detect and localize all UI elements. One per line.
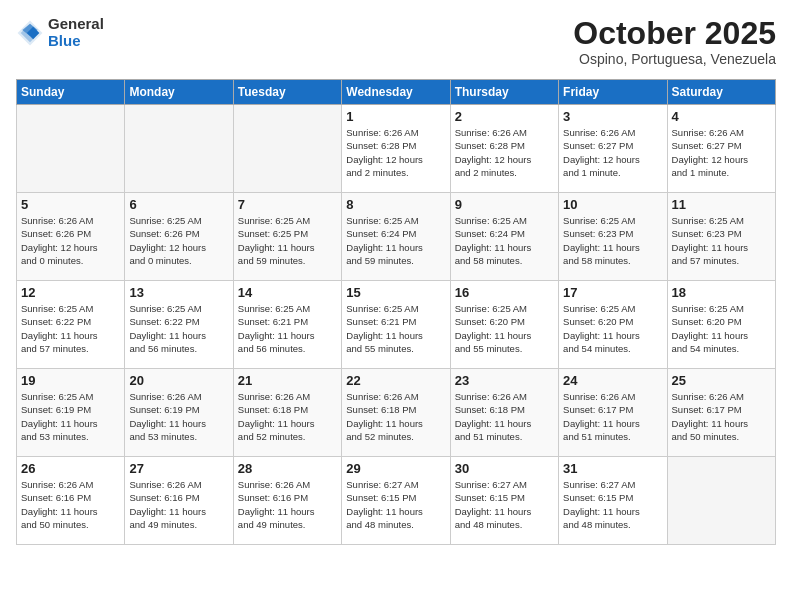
calendar-cell: 22Sunrise: 6:26 AM Sunset: 6:18 PM Dayli…: [342, 369, 450, 457]
day-info: Sunrise: 6:25 AM Sunset: 6:20 PM Dayligh…: [563, 302, 662, 355]
calendar-cell: 6Sunrise: 6:25 AM Sunset: 6:26 PM Daylig…: [125, 193, 233, 281]
day-info: Sunrise: 6:27 AM Sunset: 6:15 PM Dayligh…: [346, 478, 445, 531]
calendar-cell: 21Sunrise: 6:26 AM Sunset: 6:18 PM Dayli…: [233, 369, 341, 457]
day-number: 28: [238, 461, 337, 476]
calendar-cell: 24Sunrise: 6:26 AM Sunset: 6:17 PM Dayli…: [559, 369, 667, 457]
day-info: Sunrise: 6:25 AM Sunset: 6:24 PM Dayligh…: [346, 214, 445, 267]
calendar-cell: 13Sunrise: 6:25 AM Sunset: 6:22 PM Dayli…: [125, 281, 233, 369]
weekday-header: Wednesday: [342, 80, 450, 105]
logo-blue: Blue: [48, 33, 104, 50]
day-info: Sunrise: 6:25 AM Sunset: 6:21 PM Dayligh…: [346, 302, 445, 355]
calendar-cell: 9Sunrise: 6:25 AM Sunset: 6:24 PM Daylig…: [450, 193, 558, 281]
day-number: 1: [346, 109, 445, 124]
day-info: Sunrise: 6:25 AM Sunset: 6:22 PM Dayligh…: [129, 302, 228, 355]
calendar-cell: 12Sunrise: 6:25 AM Sunset: 6:22 PM Dayli…: [17, 281, 125, 369]
calendar-cell: 14Sunrise: 6:25 AM Sunset: 6:21 PM Dayli…: [233, 281, 341, 369]
day-number: 3: [563, 109, 662, 124]
weekday-header: Friday: [559, 80, 667, 105]
calendar-cell: 19Sunrise: 6:25 AM Sunset: 6:19 PM Dayli…: [17, 369, 125, 457]
day-info: Sunrise: 6:26 AM Sunset: 6:16 PM Dayligh…: [238, 478, 337, 531]
calendar-cell: 25Sunrise: 6:26 AM Sunset: 6:17 PM Dayli…: [667, 369, 775, 457]
day-info: Sunrise: 6:26 AM Sunset: 6:17 PM Dayligh…: [563, 390, 662, 443]
day-number: 13: [129, 285, 228, 300]
calendar-body: 1Sunrise: 6:26 AM Sunset: 6:28 PM Daylig…: [17, 105, 776, 545]
calendar-cell: 27Sunrise: 6:26 AM Sunset: 6:16 PM Dayli…: [125, 457, 233, 545]
day-info: Sunrise: 6:26 AM Sunset: 6:18 PM Dayligh…: [346, 390, 445, 443]
calendar-cell: [233, 105, 341, 193]
day-number: 4: [672, 109, 771, 124]
day-number: 14: [238, 285, 337, 300]
day-number: 17: [563, 285, 662, 300]
day-number: 6: [129, 197, 228, 212]
weekday-header: Thursday: [450, 80, 558, 105]
calendar-header: SundayMondayTuesdayWednesdayThursdayFrid…: [17, 80, 776, 105]
logo-general: General: [48, 16, 104, 33]
calendar-cell: 20Sunrise: 6:26 AM Sunset: 6:19 PM Dayli…: [125, 369, 233, 457]
day-info: Sunrise: 6:26 AM Sunset: 6:28 PM Dayligh…: [346, 126, 445, 179]
calendar-cell: 28Sunrise: 6:26 AM Sunset: 6:16 PM Dayli…: [233, 457, 341, 545]
location: Ospino, Portuguesa, Venezuela: [573, 51, 776, 67]
calendar-cell: 11Sunrise: 6:25 AM Sunset: 6:23 PM Dayli…: [667, 193, 775, 281]
day-number: 15: [346, 285, 445, 300]
calendar-cell: 3Sunrise: 6:26 AM Sunset: 6:27 PM Daylig…: [559, 105, 667, 193]
day-info: Sunrise: 6:26 AM Sunset: 6:16 PM Dayligh…: [129, 478, 228, 531]
day-info: Sunrise: 6:25 AM Sunset: 6:20 PM Dayligh…: [672, 302, 771, 355]
day-number: 10: [563, 197, 662, 212]
calendar-cell: 23Sunrise: 6:26 AM Sunset: 6:18 PM Dayli…: [450, 369, 558, 457]
day-info: Sunrise: 6:26 AM Sunset: 6:27 PM Dayligh…: [563, 126, 662, 179]
weekday-header: Monday: [125, 80, 233, 105]
day-number: 31: [563, 461, 662, 476]
day-info: Sunrise: 6:26 AM Sunset: 6:28 PM Dayligh…: [455, 126, 554, 179]
calendar-week-row: 5Sunrise: 6:26 AM Sunset: 6:26 PM Daylig…: [17, 193, 776, 281]
calendar-cell: [125, 105, 233, 193]
day-number: 29: [346, 461, 445, 476]
day-info: Sunrise: 6:26 AM Sunset: 6:19 PM Dayligh…: [129, 390, 228, 443]
title-block: October 2025 Ospino, Portuguesa, Venezue…: [573, 16, 776, 67]
day-number: 24: [563, 373, 662, 388]
calendar-cell: 29Sunrise: 6:27 AM Sunset: 6:15 PM Dayli…: [342, 457, 450, 545]
weekday-header: Sunday: [17, 80, 125, 105]
calendar-cell: 26Sunrise: 6:26 AM Sunset: 6:16 PM Dayli…: [17, 457, 125, 545]
calendar-cell: 5Sunrise: 6:26 AM Sunset: 6:26 PM Daylig…: [17, 193, 125, 281]
day-number: 25: [672, 373, 771, 388]
page-header: General Blue October 2025 Ospino, Portug…: [16, 16, 776, 67]
day-info: Sunrise: 6:26 AM Sunset: 6:18 PM Dayligh…: [238, 390, 337, 443]
logo-text: General Blue: [48, 16, 104, 49]
day-info: Sunrise: 6:25 AM Sunset: 6:26 PM Dayligh…: [129, 214, 228, 267]
day-info: Sunrise: 6:25 AM Sunset: 6:21 PM Dayligh…: [238, 302, 337, 355]
day-number: 7: [238, 197, 337, 212]
day-info: Sunrise: 6:25 AM Sunset: 6:25 PM Dayligh…: [238, 214, 337, 267]
day-info: Sunrise: 6:26 AM Sunset: 6:17 PM Dayligh…: [672, 390, 771, 443]
calendar-cell: 18Sunrise: 6:25 AM Sunset: 6:20 PM Dayli…: [667, 281, 775, 369]
day-number: 11: [672, 197, 771, 212]
day-info: Sunrise: 6:25 AM Sunset: 6:22 PM Dayligh…: [21, 302, 120, 355]
day-number: 5: [21, 197, 120, 212]
calendar-week-row: 19Sunrise: 6:25 AM Sunset: 6:19 PM Dayli…: [17, 369, 776, 457]
day-number: 19: [21, 373, 120, 388]
month-title: October 2025: [573, 16, 776, 51]
calendar-cell: 15Sunrise: 6:25 AM Sunset: 6:21 PM Dayli…: [342, 281, 450, 369]
day-info: Sunrise: 6:26 AM Sunset: 6:18 PM Dayligh…: [455, 390, 554, 443]
calendar-week-row: 26Sunrise: 6:26 AM Sunset: 6:16 PM Dayli…: [17, 457, 776, 545]
calendar-cell: 10Sunrise: 6:25 AM Sunset: 6:23 PM Dayli…: [559, 193, 667, 281]
calendar-cell: 8Sunrise: 6:25 AM Sunset: 6:24 PM Daylig…: [342, 193, 450, 281]
day-info: Sunrise: 6:25 AM Sunset: 6:20 PM Dayligh…: [455, 302, 554, 355]
weekday-header: Tuesday: [233, 80, 341, 105]
day-info: Sunrise: 6:26 AM Sunset: 6:16 PM Dayligh…: [21, 478, 120, 531]
day-info: Sunrise: 6:27 AM Sunset: 6:15 PM Dayligh…: [455, 478, 554, 531]
day-number: 30: [455, 461, 554, 476]
day-number: 9: [455, 197, 554, 212]
calendar-cell: 16Sunrise: 6:25 AM Sunset: 6:20 PM Dayli…: [450, 281, 558, 369]
day-number: 2: [455, 109, 554, 124]
day-number: 21: [238, 373, 337, 388]
calendar-cell: 1Sunrise: 6:26 AM Sunset: 6:28 PM Daylig…: [342, 105, 450, 193]
calendar-cell: 17Sunrise: 6:25 AM Sunset: 6:20 PM Dayli…: [559, 281, 667, 369]
logo-icon: [16, 19, 44, 47]
day-info: Sunrise: 6:26 AM Sunset: 6:26 PM Dayligh…: [21, 214, 120, 267]
calendar-week-row: 12Sunrise: 6:25 AM Sunset: 6:22 PM Dayli…: [17, 281, 776, 369]
logo: General Blue: [16, 16, 104, 49]
day-info: Sunrise: 6:25 AM Sunset: 6:24 PM Dayligh…: [455, 214, 554, 267]
day-number: 18: [672, 285, 771, 300]
calendar-week-row: 1Sunrise: 6:26 AM Sunset: 6:28 PM Daylig…: [17, 105, 776, 193]
calendar-cell: 7Sunrise: 6:25 AM Sunset: 6:25 PM Daylig…: [233, 193, 341, 281]
